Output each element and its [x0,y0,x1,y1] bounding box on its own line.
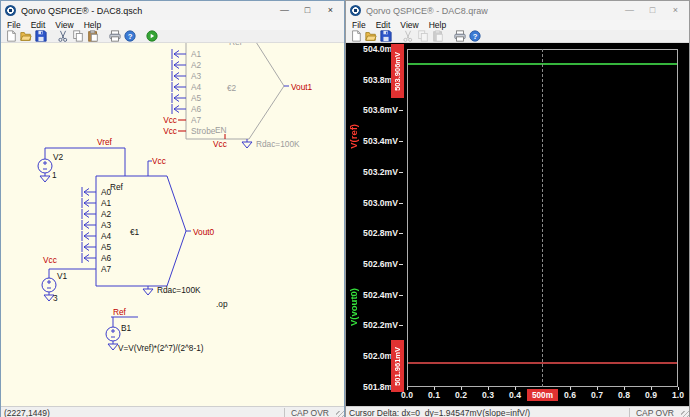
close-button[interactable]: × [664,2,687,19]
cursor-vertical-line[interactable] [542,49,543,387]
x-tick-label: 0.2 [455,390,467,400]
cut-icon[interactable] [57,30,69,42]
dac2-pin-strobe: Strobe [191,126,216,136]
titlebar[interactable]: Qorvo QSPICE® - DAC8.qraw — □ × [346,1,689,20]
x-tick-label: 0.4 [509,390,521,400]
ground-icon [40,173,50,182]
net-label-vcc[interactable]: Vcc [43,255,57,265]
cursor-value-flag-top[interactable]: 503.906mV [391,44,404,98]
dac2-ref-pin: Ref [229,43,243,47]
paste-icon[interactable] [87,30,99,42]
menu-file[interactable]: File [7,20,21,30]
pin-arrow-icon [82,242,96,252]
dac2-pin-a4: A4 [191,82,202,92]
dac2-pin-arrows [172,49,186,114]
cursor-coordinates: (2227,1449) [4,408,50,417]
pin-arrow-icon [172,82,186,92]
y-tick-label: 503.0mV [346,198,403,208]
v1-value[interactable]: 3 [53,293,58,303]
dac2-pin-a5: A5 [191,93,202,103]
menu-view[interactable]: View [55,20,73,30]
help-icon[interactable]: ? [124,30,136,42]
menu-file[interactable]: File [352,20,366,30]
dac1-pin-a1: A1 [101,198,112,208]
save-icon[interactable] [380,30,392,42]
run-icon[interactable] [146,30,158,42]
pin-arrow-icon [82,231,96,241]
print-icon[interactable] [109,30,121,42]
menu-view[interactable]: View [400,20,418,30]
minimize-button[interactable]: — [618,2,641,19]
maximize-button[interactable]: □ [296,2,319,19]
dac2-pin-a3: A3 [191,71,202,81]
pin-arrow-icon [82,220,96,230]
pin-arrow-icon [172,93,186,103]
trace-label-vref[interactable]: V(ref) [347,91,360,181]
menu-help[interactable]: Help [84,20,101,30]
menu-help[interactable]: Help [429,20,446,30]
cursor-value-flag-bottom[interactable]: 501.961mV [391,340,404,392]
save-icon[interactable] [35,30,47,42]
pin-arrow-icon [82,209,96,219]
resize-grip[interactable] [681,411,689,417]
cut-icon [402,30,414,42]
waveform-plot[interactable]: 504.0mV 503.8mV 503.6mV 503.4mV 503.2mV … [346,43,689,406]
minimize-button[interactable]: — [273,2,296,19]
net-label-ref[interactable]: Ref [113,307,127,317]
pin-arrow-icon [172,60,186,70]
dac2-ground [242,139,252,148]
titlebar[interactable]: Qorvo QSPICE® - DAC8.qsch — □ × [1,1,344,20]
schematic-canvas[interactable]: Ref A1 A2 A3 A4 A5 A6 A7 Strobe Vcc Vcc … [1,43,344,406]
net-label-vcc[interactable]: Vcc [163,115,177,125]
new-file-icon[interactable] [350,30,362,42]
copy-icon[interactable] [72,30,84,42]
net-label-vref[interactable]: Vref [97,137,113,147]
schematic-window: Qorvo QSPICE® - DAC8.qsch — □ × File Edi… [0,0,345,417]
cursor-x-flag[interactable]: 500m [527,389,558,401]
spice-directive[interactable]: .op [216,299,228,309]
caps-override-indicator: CAP OVR [284,408,341,417]
menu-edit[interactable]: Edit [31,20,46,30]
maximize-button[interactable]: □ [641,2,664,19]
behavioral-source-icon[interactable] [106,327,120,341]
toolbar: ? [346,30,689,43]
statusbar: (2227,1449) CAP OVR [1,406,344,417]
x-tick-label: 1.0 [672,390,684,400]
dac2-en-pin: EN [215,125,227,135]
voltage-source-icon[interactable] [38,159,52,173]
v1-designator: V1 [57,271,68,281]
dac2-pin-a6: A6 [191,104,202,114]
pin-arrow-icon [172,71,186,81]
v2-value[interactable]: 1 [52,170,57,180]
x-tick-label: 0.9 [645,390,657,400]
net-label-vout1[interactable]: Vout1 [291,82,313,92]
resize-grip[interactable] [336,411,344,417]
open-folder-icon[interactable] [20,30,32,42]
new-file-icon[interactable] [5,30,17,42]
pin-arrow-icon [172,104,186,114]
y-tick-label: 502.8mV [346,228,403,238]
voltage-source-icon[interactable] [42,278,56,292]
open-folder-icon[interactable] [365,30,377,42]
copy-icon [417,30,429,42]
trace-label-vout0[interactable]: V(vout0) [347,259,360,355]
net-label-vcc[interactable]: Vcc [213,139,227,149]
net-label-vout0[interactable]: Vout0 [193,227,215,237]
close-button[interactable]: × [319,2,342,19]
ground-icon [108,341,118,350]
window-title: Qorvo QSPICE® - DAC8.qraw [366,6,618,16]
ground-icon [242,139,252,148]
b1-formula[interactable]: V=V(Vref)*(2^7)/(2^8-1) [118,344,204,353]
print-icon[interactable] [454,30,466,42]
dac2-rdac-param[interactable]: Rdac=100K [256,139,300,149]
dac1-rdac-param[interactable]: Rdac=100K [157,285,201,295]
dac1-designator: €1 [130,227,140,237]
pin-arrow-icon [82,198,96,208]
menu-edit[interactable]: Edit [376,20,391,30]
net-label-vcc[interactable]: Vcc [163,126,177,136]
net-label-vcc[interactable]: Vcc [152,156,166,166]
x-tick-label: 0.1 [428,390,440,400]
help-icon[interactable]: ? [469,30,481,42]
dac1-pin-a5: A5 [101,242,112,252]
caps-override-indicator: CAP OVR [629,408,686,417]
